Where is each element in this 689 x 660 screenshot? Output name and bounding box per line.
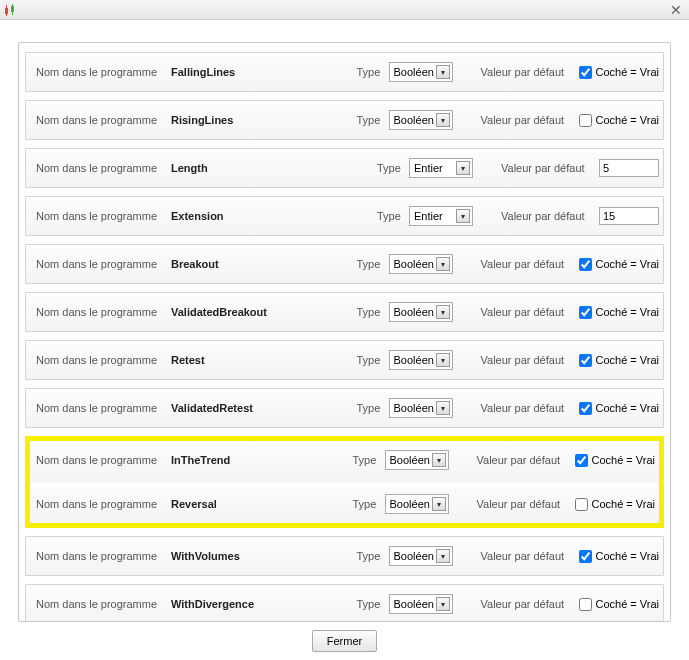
dialog-footer: Fermer xyxy=(0,630,689,652)
chevron-down-icon[interactable]: ▾ xyxy=(436,113,450,127)
default-label: Valeur par défaut xyxy=(481,114,579,126)
name-value: ValidatedBreakout xyxy=(171,306,357,318)
default-checkbox-label: Coché = Vrai xyxy=(596,306,660,318)
default-checkbox[interactable]: Coché = Vrai xyxy=(579,114,660,127)
parameter-row: Nom dans le programmeRisingLinesTypeBool… xyxy=(25,100,664,140)
default-checkbox-input[interactable] xyxy=(579,354,592,367)
default-checkbox-label: Coché = Vrai xyxy=(596,354,660,366)
type-select[interactable]: Booléen▾ xyxy=(389,302,453,322)
default-checkbox-input[interactable] xyxy=(579,114,592,127)
default-label: Valeur par défaut xyxy=(501,210,599,222)
type-select-value: Booléen xyxy=(394,66,434,78)
chevron-down-icon[interactable]: ▾ xyxy=(432,453,446,467)
default-checkbox[interactable]: Coché = Vrai xyxy=(579,598,660,611)
default-checkbox-label: Coché = Vrai xyxy=(596,114,660,126)
default-checkbox-label: Coché = Vrai xyxy=(596,66,660,78)
chevron-down-icon[interactable]: ▾ xyxy=(456,161,470,175)
default-label: Valeur par défaut xyxy=(481,354,579,366)
parameter-row: Nom dans le programmeValidatedRetestType… xyxy=(25,388,664,428)
default-checkbox-input[interactable] xyxy=(579,598,592,611)
chevron-down-icon[interactable]: ▾ xyxy=(436,401,450,415)
default-checkbox-label: Coché = Vrai xyxy=(596,402,660,414)
type-select[interactable]: Booléen▾ xyxy=(389,254,453,274)
type-select[interactable]: Booléen▾ xyxy=(389,594,453,614)
type-select[interactable]: Booléen▾ xyxy=(389,110,453,130)
default-checkbox[interactable]: Coché = Vrai xyxy=(579,550,660,563)
close-button[interactable]: Fermer xyxy=(312,630,377,652)
default-checkbox[interactable]: Coché = Vrai xyxy=(575,498,656,511)
type-select[interactable]: Booléen▾ xyxy=(385,450,449,470)
name-label: Nom dans le programme xyxy=(36,66,171,78)
default-label: Valeur par défaut xyxy=(481,66,579,78)
default-checkbox[interactable]: Coché = Vrai xyxy=(579,66,660,79)
default-checkbox[interactable]: Coché = Vrai xyxy=(579,306,660,319)
default-value-input[interactable] xyxy=(599,207,659,225)
chevron-down-icon[interactable]: ▾ xyxy=(436,597,450,611)
chevron-down-icon[interactable]: ▾ xyxy=(456,209,470,223)
parameter-row: Nom dans le programmeRetestTypeBooléen▾V… xyxy=(25,340,664,380)
default-label: Valeur par défaut xyxy=(481,306,579,318)
chevron-down-icon[interactable]: ▾ xyxy=(436,353,450,367)
parameters-panel: Nom dans le programmeFallingLinesTypeBoo… xyxy=(18,42,671,622)
name-value: WithDivergence xyxy=(171,598,357,610)
default-checkbox-input[interactable] xyxy=(579,66,592,79)
type-select[interactable]: Booléen▾ xyxy=(389,350,453,370)
name-value: ValidatedRetest xyxy=(171,402,357,414)
type-select[interactable]: Booléen▾ xyxy=(389,62,453,82)
default-checkbox[interactable]: Coché = Vrai xyxy=(579,258,660,271)
default-label: Valeur par défaut xyxy=(477,498,575,510)
type-label: Type xyxy=(357,258,389,270)
default-checkbox-label: Coché = Vrai xyxy=(596,258,660,270)
type-label: Type xyxy=(357,402,389,414)
window-close-icon[interactable]: ✕ xyxy=(667,2,685,18)
default-checkbox-input[interactable] xyxy=(575,454,588,467)
default-checkbox[interactable]: Coché = Vrai xyxy=(579,354,660,367)
type-select[interactable]: Entier▾ xyxy=(409,158,473,178)
type-select-value: Booléen xyxy=(390,454,430,466)
chevron-down-icon[interactable]: ▾ xyxy=(436,305,450,319)
type-label: Type xyxy=(353,454,385,466)
type-select[interactable]: Booléen▾ xyxy=(389,546,453,566)
name-label: Nom dans le programme xyxy=(36,258,171,270)
default-checkbox[interactable]: Coché = Vrai xyxy=(579,402,660,415)
type-select[interactable]: Booléen▾ xyxy=(385,494,449,514)
name-value: InTheTrend xyxy=(171,454,353,466)
name-label: Nom dans le programme xyxy=(36,354,171,366)
default-checkbox-input[interactable] xyxy=(579,402,592,415)
default-checkbox-input[interactable] xyxy=(575,498,588,511)
chevron-down-icon[interactable]: ▾ xyxy=(432,497,446,511)
default-value-input[interactable] xyxy=(599,159,659,177)
default-label: Valeur par défaut xyxy=(481,598,579,610)
type-select[interactable]: Booléen▾ xyxy=(389,398,453,418)
type-select-value: Entier xyxy=(414,162,443,174)
default-label: Valeur par défaut xyxy=(477,454,575,466)
parameter-row: Nom dans le programmeWithVolumesTypeBool… xyxy=(25,536,664,576)
parameter-row: Nom dans le programmeWithDivergenceTypeB… xyxy=(25,584,664,622)
name-label: Nom dans le programme xyxy=(36,162,171,174)
chevron-down-icon[interactable]: ▾ xyxy=(436,549,450,563)
type-select-value: Booléen xyxy=(394,402,434,414)
type-label: Type xyxy=(357,306,389,318)
type-select-value: Booléen xyxy=(394,550,434,562)
default-checkbox-label: Coché = Vrai xyxy=(592,454,656,466)
name-label: Nom dans le programme xyxy=(36,114,171,126)
parameter-row: Nom dans le programmeReversalTypeBooléen… xyxy=(25,482,664,528)
parameter-row: Nom dans le programmeInTheTrendTypeBoolé… xyxy=(25,436,664,482)
name-value: Reversal xyxy=(171,498,353,510)
default-checkbox-input[interactable] xyxy=(579,306,592,319)
name-label: Nom dans le programme xyxy=(36,402,171,414)
name-label: Nom dans le programme xyxy=(36,210,171,222)
parameter-row: Nom dans le programmeFallingLinesTypeBoo… xyxy=(25,52,664,92)
type-label: Type xyxy=(357,354,389,366)
default-label: Valeur par défaut xyxy=(481,550,579,562)
name-label: Nom dans le programme xyxy=(36,598,171,610)
default-checkbox[interactable]: Coché = Vrai xyxy=(575,454,656,467)
chevron-down-icon[interactable]: ▾ xyxy=(436,65,450,79)
default-checkbox-input[interactable] xyxy=(579,550,592,563)
parameter-row: Nom dans le programmeLengthTypeEntier▾Va… xyxy=(25,148,664,188)
type-select[interactable]: Entier▾ xyxy=(409,206,473,226)
chevron-down-icon[interactable]: ▾ xyxy=(436,257,450,271)
type-label: Type xyxy=(357,114,389,126)
type-select-value: Booléen xyxy=(394,114,434,126)
default-checkbox-input[interactable] xyxy=(579,258,592,271)
